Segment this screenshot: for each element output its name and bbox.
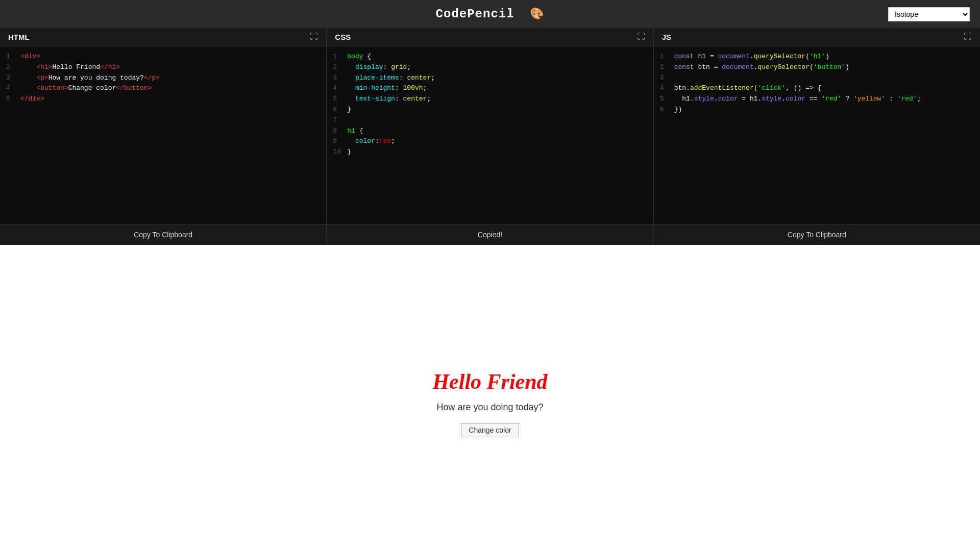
js-line-6: 6}) [654, 105, 980, 115]
css-line-7: 7 [327, 115, 653, 126]
html-line-4: 4 <button>Change color</button> [0, 83, 326, 94]
css-line-9: 9 color:red; [327, 136, 653, 147]
change-color-button[interactable]: Change color [461, 423, 519, 437]
js-panel-header: JS ⛶ [654, 28, 980, 46]
html-line-2: 2 <h1>Hello Friend</h1> [0, 62, 326, 73]
css-copy-button[interactable]: Copied! [327, 224, 653, 245]
js-line-5: 5 h1.style.color = h1.style.color == 're… [654, 94, 980, 105]
css-panel: CSS ⛶ 1body { 2 display: grid; 3 place-i… [327, 28, 653, 245]
css-line-1: 1body { [327, 52, 653, 62]
css-expand-icon[interactable]: ⛶ [637, 32, 645, 42]
title-emoji: 🎨 [530, 8, 544, 21]
app-title: CodePencil 🎨 [436, 7, 545, 21]
theme-select[interactable]: Isotope Default Dark Light [888, 7, 970, 21]
html-expand-icon[interactable]: ⛶ [310, 32, 318, 42]
preview-area: Hello Friend How are you doing today? Ch… [0, 245, 980, 551]
header: CodePencil 🎨 Isotope Default Dark Light [0, 0, 980, 28]
panels-container: HTML ⛶ 1<div> 2 <h1>Hello Friend</h1> 3 … [0, 28, 980, 245]
html-panel-code: 1<div> 2 <h1>Hello Friend</h1> 3 <p>How … [0, 46, 326, 224]
preview-paragraph: How are you doing today? [436, 402, 543, 413]
js-line-3: 3 [654, 73, 980, 84]
html-line-3: 3 <p>How are you doing today?</p> [0, 73, 326, 84]
html-line-5: 5</div> [0, 94, 326, 105]
js-expand-icon[interactable]: ⛶ [964, 32, 972, 42]
title-text: CodePencil [436, 7, 514, 21]
js-panel: JS ⛶ 1const h1 = document.querySelector(… [654, 28, 980, 245]
js-line-2: 2const btn = document.querySelector('but… [654, 62, 980, 73]
css-line-6: 6} [327, 105, 653, 115]
css-line-3: 3 place-items: center; [327, 73, 653, 84]
html-copy-button[interactable]: Copy To Clipboard [0, 224, 326, 245]
js-copy-button[interactable]: Copy To Clipboard [654, 224, 980, 245]
css-line-10: 10} [327, 147, 653, 158]
css-panel-header: CSS ⛶ [327, 28, 653, 46]
html-panel: HTML ⛶ 1<div> 2 <h1>Hello Friend</h1> 3 … [0, 28, 327, 245]
css-panel-title: CSS [335, 33, 351, 41]
css-line-2: 2 display: grid; [327, 62, 653, 73]
js-panel-code: 1const h1 = document.querySelector('h1')… [654, 46, 980, 224]
preview-heading: Hello Friend [432, 369, 547, 394]
css-line-5: 5 text-align: center; [327, 94, 653, 105]
js-panel-title: JS [662, 33, 671, 41]
css-line-8: 8h1 { [327, 126, 653, 137]
html-panel-title: HTML [8, 33, 30, 41]
js-line-4: 4btn.addEventListener('click', () => { [654, 83, 980, 94]
html-line-1: 1<div> [0, 52, 326, 62]
html-panel-header: HTML ⛶ [0, 28, 326, 46]
js-line-1: 1const h1 = document.querySelector('h1') [654, 52, 980, 62]
css-panel-code: 1body { 2 display: grid; 3 place-items: … [327, 46, 653, 224]
css-line-4: 4 min-height: 100vh; [327, 83, 653, 94]
